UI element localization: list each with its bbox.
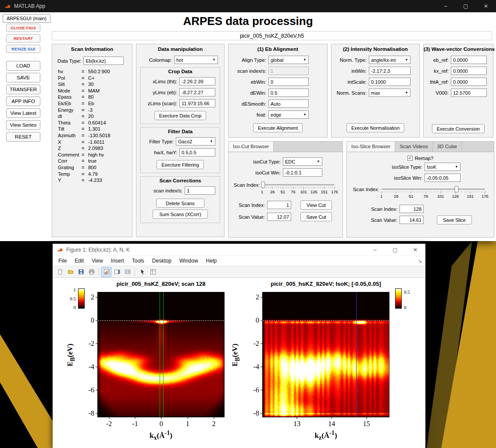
print-figure-icon[interactable] xyxy=(86,267,96,277)
menu-window[interactable]: Window xyxy=(175,257,202,265)
tab-scan-videos[interactable]: Scan Videos xyxy=(395,142,432,152)
close-button[interactable]: ✕ xyxy=(405,244,425,256)
menu-tools[interactable]: Tools xyxy=(128,257,148,265)
v000-field[interactable]: 12.5700 xyxy=(451,89,487,97)
slider-thumb[interactable] xyxy=(455,186,459,192)
sum-scans-button[interactable]: Sum Scans (XCorr) xyxy=(153,210,208,219)
insert-colorbar-icon[interactable] xyxy=(112,267,122,277)
transfer-button[interactable]: TRANSFER xyxy=(6,85,40,94)
menu-edit[interactable]: Edit xyxy=(71,257,88,265)
align-type-dropdown[interactable]: global ▼ xyxy=(268,56,309,64)
data-type-field[interactable]: Eb(kx,kz) xyxy=(83,57,124,65)
menu-help[interactable]: Help xyxy=(202,257,221,265)
arpes-image-kz[interactable] xyxy=(263,292,389,417)
scan-marker-line[interactable] xyxy=(356,292,357,417)
isoslice-type-dropdown[interactable]: IsoK ▼ xyxy=(425,163,460,171)
isoslice-index-field[interactable]: 128 xyxy=(400,205,424,213)
execute-conversion-button[interactable]: Execute Conversion xyxy=(432,124,485,133)
maximize-button[interactable]: ▢ xyxy=(385,244,405,256)
save-button[interactable]: SAVE xyxy=(6,73,40,82)
intwin-field[interactable]: -2.17:2.3 xyxy=(369,67,410,75)
feat-dropdown[interactable]: edge ▼ xyxy=(268,110,309,119)
plot-browser-icon[interactable] xyxy=(101,267,111,277)
desktop: MATLAB App – ▢ ✕ ARPESGUI (main) ARPES d… xyxy=(0,0,496,448)
close-figs-button[interactable]: CLOSE FIGS xyxy=(6,24,40,32)
ebwin-field[interactable]: 0 xyxy=(268,78,309,86)
delete-scans-button[interactable]: Delete Scans xyxy=(156,199,204,208)
menu-view[interactable]: View xyxy=(88,257,107,265)
thta-ref-field[interactable]: 0.0000 xyxy=(451,78,487,86)
filename-field[interactable]: picir_005_hsKZ_820eV.h5 xyxy=(52,31,492,40)
isocut-scan-index-slider[interactable]: 1265176101126151176 xyxy=(262,180,335,196)
tab-3d-cube[interactable]: 3D Cube xyxy=(433,142,462,152)
slider-thumb[interactable] xyxy=(261,181,265,188)
slider-track[interactable] xyxy=(382,188,485,190)
minimize-button[interactable]: – xyxy=(365,244,385,256)
tab-iso-slice-browser[interactable]: Iso-Slice Browser xyxy=(347,142,395,152)
property-inspector-icon[interactable] xyxy=(148,267,158,277)
cut-window-right-line[interactable] xyxy=(163,292,164,417)
new-figure-icon[interactable] xyxy=(55,267,65,277)
isoslice-scan-index-slider[interactable]: 1265176101126151176 xyxy=(382,185,485,200)
execute-filtering-button[interactable]: Execture Filtering xyxy=(157,160,204,169)
load-button[interactable]: LOAD xyxy=(6,61,40,71)
figure-titlebar[interactable]: Figure 1: Eb(kx,kz): A, N, K – ▢ ✕ xyxy=(53,244,425,256)
maximize-button[interactable]: ▢ xyxy=(456,0,476,12)
dewin-field[interactable]: 0.5 xyxy=(268,89,309,97)
hw-field[interactable]: 0.5,0.5 xyxy=(179,148,215,156)
menu-insert[interactable]: Insert xyxy=(107,257,128,265)
edit-plot-arrow-icon[interactable] xyxy=(137,267,147,277)
arpes-image-kx[interactable] xyxy=(98,292,224,417)
toolbar-separator xyxy=(135,268,135,276)
isocut-win-field[interactable]: -0.1:0.1 xyxy=(283,168,322,177)
xlims-field[interactable]: -2.26:2.39 xyxy=(179,77,215,85)
insert-legend-icon[interactable] xyxy=(122,267,132,277)
view-series-button[interactable]: View Series xyxy=(6,120,40,130)
ylims-field[interactable]: -8.27:2.27 xyxy=(179,88,215,96)
norm-scans-dropdown[interactable]: max ▼ xyxy=(369,89,410,97)
minimize-button[interactable]: – xyxy=(435,0,456,12)
slider-track[interactable] xyxy=(262,184,335,185)
execute-alignment-button[interactable]: Execute Alignment xyxy=(253,123,303,132)
chevron-down-icon: ▼ xyxy=(212,58,216,62)
scan-info-list: hv=550:2:900Pol=C+Slit=30Mode=MAMEpass=8… xyxy=(52,68,132,184)
dock-figure-icon[interactable]: ↘ xyxy=(418,258,422,264)
norm-type-dropdown[interactable]: angle/kx-int ▼ xyxy=(369,56,410,64)
colormap-dropdown[interactable]: hot ▼ xyxy=(174,56,218,64)
save-figure-icon[interactable] xyxy=(76,267,86,277)
remap-checkbox[interactable]: ✓ xyxy=(407,156,413,161)
isoslice-value-field[interactable]: 14.61 xyxy=(400,216,424,224)
view-cut-button[interactable]: View Cut xyxy=(300,200,332,210)
isocut-index-field[interactable]: 1 xyxy=(267,201,291,209)
app-titlebar[interactable]: MATLAB App – ▢ ✕ xyxy=(0,0,496,12)
filter-type-dropdown[interactable]: Gaco2 ▼ xyxy=(176,137,215,146)
kxref-field[interactable]: 0.0000 xyxy=(451,67,487,75)
save-slice-button[interactable]: Save Slice xyxy=(437,215,472,224)
restart-button[interactable]: RESTART xyxy=(6,34,40,43)
open-file-icon[interactable] xyxy=(65,267,75,277)
execute-data-crop-button[interactable]: Execture Data Crop xyxy=(154,111,207,120)
resize-gui-button[interactable]: RESIZE GUI xyxy=(6,45,40,53)
plot-axes[interactable] xyxy=(97,292,225,417)
desmooth-field[interactable]: Auto xyxy=(268,100,309,108)
menu-desktop[interactable]: Desktop xyxy=(148,257,175,265)
app-info-button[interactable]: APP INFO xyxy=(6,96,40,106)
reset-button[interactable]: RESET xyxy=(6,132,40,142)
close-button[interactable]: ✕ xyxy=(476,0,496,12)
tick-label: 0.5 xyxy=(404,289,410,295)
isocut-type-dropdown[interactable]: EDC ▼ xyxy=(283,157,322,166)
plot-axes[interactable] xyxy=(262,292,389,417)
isocut-value-field[interactable]: 12.07 xyxy=(267,213,291,221)
execute-normalisation-button[interactable]: Execute Normalisation xyxy=(346,123,404,132)
view-latest-button[interactable]: View Latest xyxy=(6,108,40,118)
save-cut-button[interactable]: Save Cut xyxy=(300,212,332,221)
menu-file[interactable]: File xyxy=(54,257,71,265)
scan-index-field[interactable]: 1 xyxy=(185,186,215,195)
intscale-field[interactable]: 0.1000 xyxy=(369,78,410,86)
cut-window-left-line[interactable] xyxy=(160,292,160,417)
tab-iso-cut-browser[interactable]: Iso-Cut Browser xyxy=(228,142,274,152)
isoslice-win-field[interactable]: -0.05:0.05 xyxy=(425,174,460,182)
scan-index-label: scan index/s: xyxy=(153,188,182,193)
ebref-field[interactable]: 0.0000 xyxy=(451,56,487,64)
zlims-field[interactable]: 11.973:15.66 xyxy=(179,99,215,107)
